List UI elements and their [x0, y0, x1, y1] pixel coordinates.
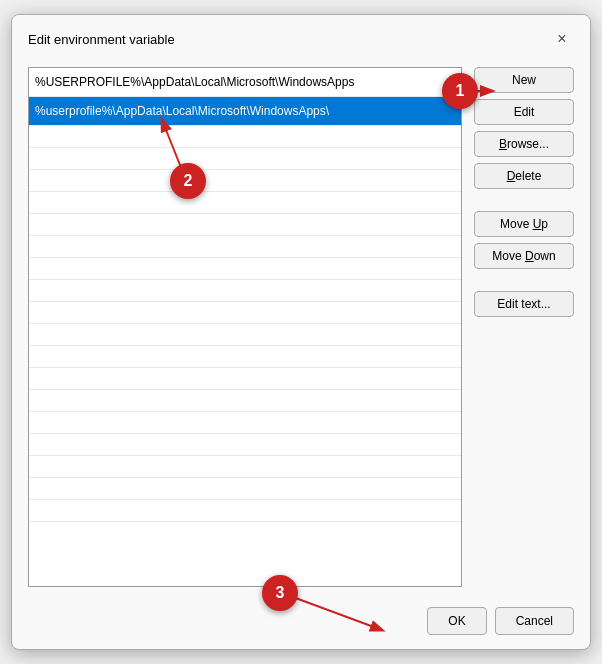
list-item[interactable] — [29, 148, 461, 170]
buttons-panel: New Edit Browse... Delete Move Up Move D… — [474, 67, 574, 587]
button-spacer-2 — [474, 275, 574, 285]
move-down-label: Move Down — [492, 249, 555, 263]
browse-button[interactable]: Browse... — [474, 131, 574, 157]
delete-label: Delete — [507, 169, 542, 183]
list-item[interactable] — [29, 126, 461, 148]
browse-label: Browse... — [499, 137, 549, 151]
annotation-3: 3 — [262, 575, 298, 611]
edit-env-var-dialog: Edit environment variable × %USERPROFILE… — [11, 14, 591, 650]
cancel-button[interactable]: Cancel — [495, 607, 574, 635]
annotation-1: 1 — [442, 73, 478, 109]
title-bar: Edit environment variable × — [12, 15, 590, 59]
edit-button[interactable]: Edit — [474, 99, 574, 125]
dialog-title: Edit environment variable — [28, 32, 175, 47]
list-item[interactable] — [29, 478, 461, 500]
env-var-list[interactable]: %USERPROFILE%\AppData\Local\Microsoft\Wi… — [28, 67, 462, 587]
new-button[interactable]: New — [474, 67, 574, 93]
list-item[interactable] — [29, 302, 461, 324]
list-item[interactable] — [29, 346, 461, 368]
delete-button[interactable]: Delete — [474, 163, 574, 189]
annotation-2: 2 — [170, 163, 206, 199]
list-item[interactable] — [29, 500, 461, 522]
list-item[interactable] — [29, 368, 461, 390]
list-item[interactable] — [29, 192, 461, 214]
move-up-button[interactable]: Move Up — [474, 211, 574, 237]
move-down-button[interactable]: Move Down — [474, 243, 574, 269]
list-item[interactable] — [29, 214, 461, 236]
move-up-label: Move Up — [500, 217, 548, 231]
edit-text-button[interactable]: Edit text... — [474, 291, 574, 317]
dialog-body: %USERPROFILE%\AppData\Local\Microsoft\Wi… — [12, 59, 590, 603]
list-item[interactable] — [29, 324, 461, 346]
list-item[interactable] — [29, 258, 461, 280]
list-item[interactable] — [29, 170, 461, 192]
dialog-footer: OK Cancel — [12, 603, 590, 649]
list-item[interactable] — [29, 434, 461, 456]
list-item[interactable]: %USERPROFILE%\AppData\Local\Microsoft\Wi… — [29, 68, 461, 97]
list-item[interactable] — [29, 412, 461, 434]
list-item[interactable] — [29, 390, 461, 412]
list-item[interactable] — [29, 280, 461, 302]
ok-button[interactable]: OK — [427, 607, 486, 635]
close-button[interactable]: × — [550, 27, 574, 51]
list-item[interactable]: %userprofile%\AppData\Local\Microsoft\Wi… — [29, 97, 461, 126]
button-spacer-1 — [474, 195, 574, 205]
list-item[interactable] — [29, 456, 461, 478]
list-item[interactable] — [29, 236, 461, 258]
